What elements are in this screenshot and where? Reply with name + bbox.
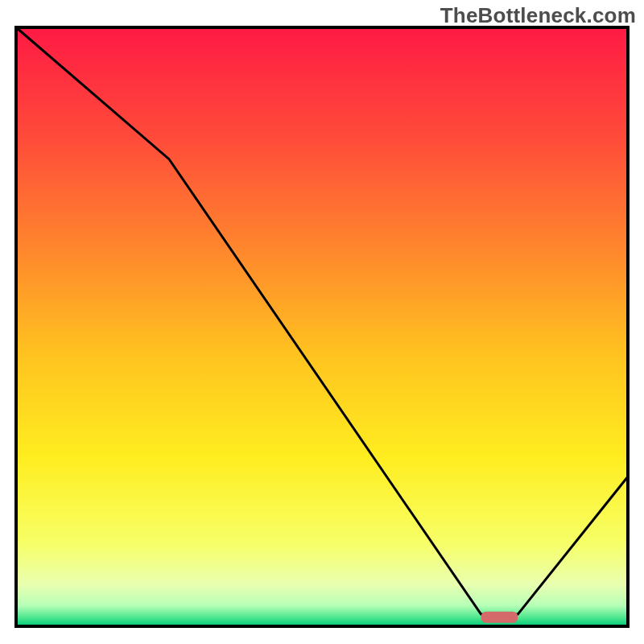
bottleneck-chart	[0, 0, 644, 644]
optimal-marker	[481, 612, 518, 623]
watermark-text: TheBottleneck.com	[440, 3, 636, 28]
plot-background	[16, 27, 628, 626]
